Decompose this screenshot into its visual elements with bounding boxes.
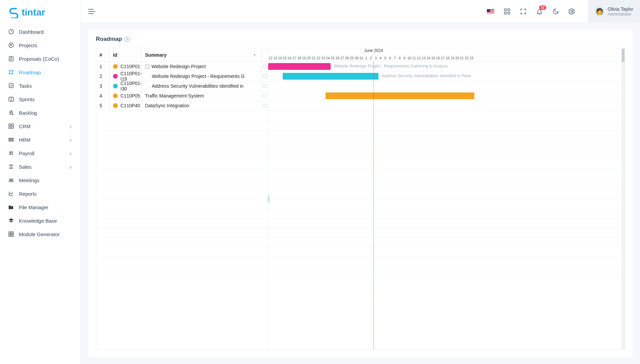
table-row-empty (96, 160, 268, 169)
table-row-empty (96, 120, 268, 130)
svg-rect-25 (12, 124, 13, 125)
sidebar-item-projects[interactable]: Projects (3, 38, 77, 52)
row-id: C110P01 (110, 62, 142, 71)
notifications-icon[interactable]: 52 (536, 8, 543, 15)
table-row[interactable]: 4C110P05Traffic Management System (96, 91, 268, 101)
info-icon[interactable]: i (124, 37, 130, 42)
sidebar-item-label: Roadmap (19, 69, 41, 75)
day-cell: 18 (445, 55, 450, 62)
svg-rect-51 (508, 9, 510, 11)
day-cell: 16 (287, 55, 292, 62)
splitter-handle[interactable]: ⋮ (268, 195, 270, 203)
dashboard-icon (8, 29, 14, 35)
svg-point-9 (12, 73, 13, 74)
brand-logo[interactable]: tintar (0, 0, 81, 25)
svg-rect-28 (9, 138, 10, 141)
sidebar-item-proposals-coco-[interactable]: Proposals (CoCo) (3, 52, 77, 65)
theme-icon[interactable] (552, 8, 559, 15)
sort-icon[interactable]: ▾ (254, 53, 258, 57)
row-number: 4 (96, 91, 110, 101)
table-row-empty (96, 208, 268, 218)
col-header-num[interactable]: # (96, 48, 110, 61)
timeline-row (268, 257, 625, 267)
row-checkbox[interactable] (263, 65, 267, 68)
col-header-check (262, 48, 268, 61)
table-row-empty (96, 130, 268, 140)
row-checkbox-cell (262, 101, 268, 110)
sidebar-item-knowledge-base[interactable]: Knowledge Base (3, 214, 77, 227)
sidebar-item-backlog[interactable]: Backlog (3, 106, 77, 119)
day-cell: 14 (278, 55, 282, 62)
language-flag[interactable] (487, 9, 494, 14)
sidebar-item-file-manager[interactable]: File Manager (3, 200, 77, 214)
day-cell: 10 (407, 55, 412, 62)
row-number: 2 (96, 72, 110, 81)
timeline-body[interactable]: 15-03-2Website Redesign Project - Requir… (268, 62, 625, 349)
row-checkbox[interactable] (263, 94, 267, 97)
table-row[interactable]: 1C110P01−Website Redesign Project (96, 62, 268, 72)
sidebar-item-crm[interactable]: CRM (3, 119, 77, 133)
status-dot (113, 74, 118, 79)
table-row[interactable]: 2C110P01-I19Website Redesign Project - R… (96, 72, 268, 81)
day-cell: 14 (426, 55, 431, 62)
settings-icon[interactable] (568, 8, 575, 15)
day-cell: 15 (283, 55, 287, 62)
table-row-empty (96, 189, 268, 199)
scrollbar-thumb[interactable] (622, 49, 624, 62)
sidebar-item-dashboard[interactable]: Dashboard (3, 25, 77, 38)
chevron-right-icon (68, 124, 73, 128)
col-header-summary[interactable]: Summary ▾ (142, 48, 262, 61)
sidebar-item-label: Sprints (19, 96, 35, 102)
sidebar-item-tasks[interactable]: Tasks (3, 79, 77, 92)
backlog-icon (8, 110, 14, 116)
table-row[interactable]: 5C110P40DataSync Integration (96, 101, 268, 111)
table-row-empty (96, 140, 268, 150)
table-row-empty (96, 257, 268, 267)
svg-point-33 (10, 154, 11, 155)
row-checkbox[interactable] (263, 75, 267, 78)
sidebar-item-reports[interactable]: Reports (3, 187, 77, 200)
file-manager-icon (8, 204, 14, 210)
avatar: 🧑 (595, 7, 604, 16)
sidebar-item-label: Sales (19, 164, 32, 170)
timeline-row (268, 199, 625, 208)
col-header-id[interactable]: Id (110, 48, 142, 61)
day-cell: 20 (307, 55, 311, 62)
svg-point-1 (9, 43, 13, 48)
day-cell: 22 (316, 55, 321, 62)
gantt-bar[interactable] (326, 92, 474, 99)
row-checkbox[interactable] (263, 104, 267, 107)
day-cell: 16 (436, 55, 441, 62)
tree-toggle-icon[interactable]: − (145, 64, 149, 69)
timeline-header: June 2024 121314151617181920212223242526… (268, 48, 625, 62)
gantt-bar[interactable]: Website Redesign Project - Requirements … (268, 63, 331, 70)
day-cell: 3 (373, 55, 378, 62)
sidebar-item-roadmap[interactable]: Roadmap (3, 65, 77, 79)
row-summary: Traffic Management System (142, 91, 262, 101)
table-row-empty (96, 111, 268, 120)
day-cell: 11 (412, 55, 417, 62)
sidebar-item-payroll[interactable]: Payroll (3, 146, 77, 160)
day-cell: 26 (335, 55, 340, 62)
day-cell: 13 (273, 55, 278, 62)
row-checkbox[interactable] (263, 84, 267, 88)
vertical-scrollbar[interactable] (621, 48, 625, 349)
day-cell: 12 (268, 55, 273, 62)
row-id: C110P01-I19 (110, 72, 142, 81)
apps-icon[interactable] (504, 8, 510, 15)
table-row[interactable]: 3C110P01-I30Address Security Vulnerabili… (96, 81, 268, 91)
gantt-bar[interactable]: Address Security Vulnerabilities Identif… (283, 73, 379, 80)
sidebar-item-label: HRM (19, 137, 30, 143)
user-menu[interactable]: 🧑 Olivia Taylor Administrator (588, 0, 640, 23)
day-cell: 27 (340, 55, 345, 62)
sidebar-item-sales[interactable]: Sales (3, 160, 77, 173)
timeline-row (268, 238, 625, 248)
day-cell: 13 (421, 55, 426, 62)
fullscreen-icon[interactable] (520, 8, 527, 15)
table-row-empty (96, 228, 268, 238)
sidebar-item-sprints[interactable]: Sprints (3, 92, 77, 106)
sidebar-item-meetings[interactable]: Meetings (3, 173, 77, 187)
sidebar-item-module-generator[interactable]: Module Generator (3, 227, 77, 241)
menu-toggle-icon[interactable] (88, 8, 96, 15)
sidebar-item-hrm[interactable]: HRM (3, 133, 77, 146)
